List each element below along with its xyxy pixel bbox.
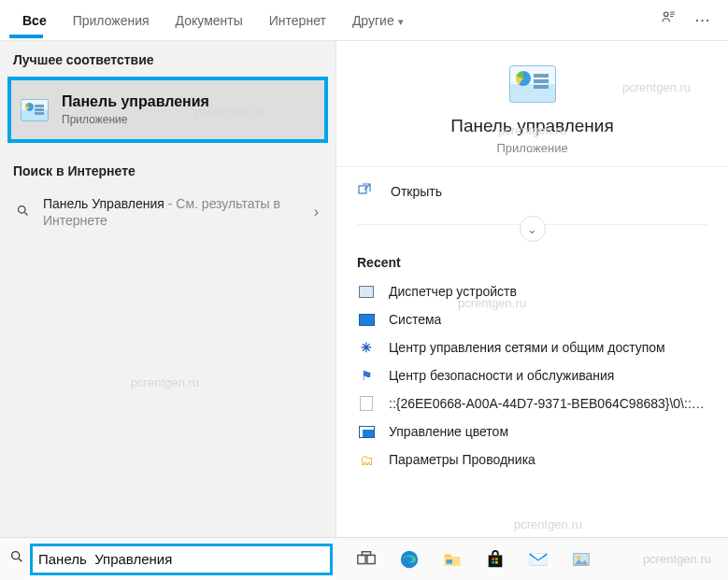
- best-match-header: Лучшее соответствие: [0, 41, 335, 75]
- network-icon: ✳: [357, 340, 376, 355]
- preview-title: Панель управления: [346, 116, 719, 136]
- control-panel-icon: [21, 99, 49, 121]
- folder-icon: 🗂: [357, 452, 376, 467]
- taskbar-search-box[interactable]: [30, 544, 333, 575]
- color-management-icon: [357, 424, 376, 439]
- chevron-right-icon: ›: [310, 204, 322, 220]
- microsoft-store-icon[interactable]: [484, 548, 507, 571]
- open-icon: [357, 182, 378, 201]
- best-match-title: Панель управления: [62, 93, 209, 110]
- best-match-subtitle: Приложение: [62, 113, 209, 126]
- mail-icon[interactable]: [527, 548, 550, 571]
- svg-point-3: [12, 552, 20, 559]
- tab-apps[interactable]: Приложения: [60, 4, 163, 37]
- recent-item-system[interactable]: Система: [336, 305, 728, 333]
- web-search-header: Поиск в Интернете: [0, 152, 335, 186]
- svg-rect-12: [495, 558, 498, 560]
- tab-documents[interactable]: Документы: [163, 4, 256, 37]
- watermark: pcrentgen.ru: [622, 80, 691, 94]
- recent-item-label: Центр управления сетями и общим доступом: [389, 340, 665, 355]
- open-action[interactable]: Открыть: [336, 167, 728, 216]
- search-icon: [9, 549, 24, 567]
- svg-rect-6: [362, 551, 370, 555]
- svg-point-17: [577, 556, 580, 559]
- tab-other[interactable]: Другие▾: [339, 4, 417, 37]
- results-panel: Лучшее соответствие Панель управления Пр…: [0, 41, 336, 537]
- svg-rect-9: [447, 559, 452, 564]
- search-tabs: Все Приложения Документы Интернет Другие…: [0, 0, 728, 41]
- tab-internet[interactable]: Интернет: [256, 4, 339, 37]
- control-panel-icon-large: [509, 65, 556, 103]
- watermark: pcrentgen.ru: [514, 517, 582, 531]
- taskbar: pcrentgen.ru: [0, 537, 728, 580]
- recent-item-label: Управление цветом: [389, 424, 508, 439]
- recent-item-network-center[interactable]: ✳ Центр управления сетями и общим доступ…: [336, 333, 728, 361]
- recent-item-device-manager[interactable]: Диспетчер устройств: [336, 277, 728, 305]
- watermark: pcrentgen.ru: [643, 552, 711, 566]
- svg-rect-13: [492, 560, 494, 563]
- recent-item-label: ::{26EE0668-A00A-44D7-9371-BEB064C98683}…: [389, 396, 707, 411]
- open-label: Открыть: [391, 184, 442, 199]
- recent-item-label: Диспетчер устройств: [389, 284, 517, 299]
- svg-rect-14: [495, 560, 498, 563]
- recent-item-label: Система: [389, 312, 441, 327]
- device-manager-icon: [357, 284, 376, 299]
- svg-rect-11: [492, 558, 494, 560]
- preview-subtitle: Приложение: [346, 141, 719, 155]
- flag-icon: ⚑: [357, 368, 376, 383]
- more-options-icon[interactable]: ⋯: [685, 10, 719, 30]
- search-input[interactable]: [38, 551, 324, 567]
- recent-item-label: Центр безопасности и обслуживания: [389, 368, 614, 383]
- search-icon: [13, 204, 32, 220]
- expand-divider: ⌄: [336, 216, 728, 234]
- recent-item-label: Параметры Проводника: [389, 452, 535, 467]
- system-icon: [357, 312, 376, 327]
- recent-item-guid-path[interactable]: ::{26EE0668-A00A-44D7-9371-BEB064C98683}…: [336, 389, 728, 417]
- tab-other-label: Другие: [352, 13, 394, 28]
- chevron-down-icon: ▾: [398, 16, 404, 27]
- svg-rect-4: [358, 555, 365, 563]
- recent-item-color-management[interactable]: Управление цветом: [336, 417, 728, 446]
- svg-rect-5: [367, 555, 375, 563]
- best-match-item[interactable]: Панель управления Приложение: [7, 77, 328, 143]
- photos-icon[interactable]: [570, 548, 592, 571]
- web-search-item[interactable]: Панель Управления - См. результаты в Инт…: [0, 186, 335, 238]
- tab-all[interactable]: Все: [9, 4, 60, 37]
- task-view-icon[interactable]: [355, 548, 378, 571]
- svg-point-0: [664, 12, 669, 17]
- blank-file-icon: [357, 396, 376, 411]
- chevron-down-icon: ⌄: [527, 222, 537, 236]
- watermark: pcrentgen.ru: [131, 375, 199, 389]
- file-explorer-icon[interactable]: [441, 548, 464, 571]
- recent-item-explorer-options[interactable]: 🗂 Параметры Проводника: [336, 446, 728, 474]
- preview-panel: pcrentgen.ru pcrentgen.ru Панель управле…: [336, 41, 728, 537]
- edge-icon[interactable]: [398, 548, 421, 571]
- recent-item-security-center[interactable]: ⚑ Центр безопасности и обслуживания: [336, 361, 728, 389]
- expand-toggle[interactable]: ⌄: [520, 216, 546, 242]
- feedback-icon[interactable]: [651, 9, 685, 31]
- web-search-text: Панель Управления - См. результаты в Инт…: [43, 195, 310, 229]
- svg-point-1: [18, 206, 25, 214]
